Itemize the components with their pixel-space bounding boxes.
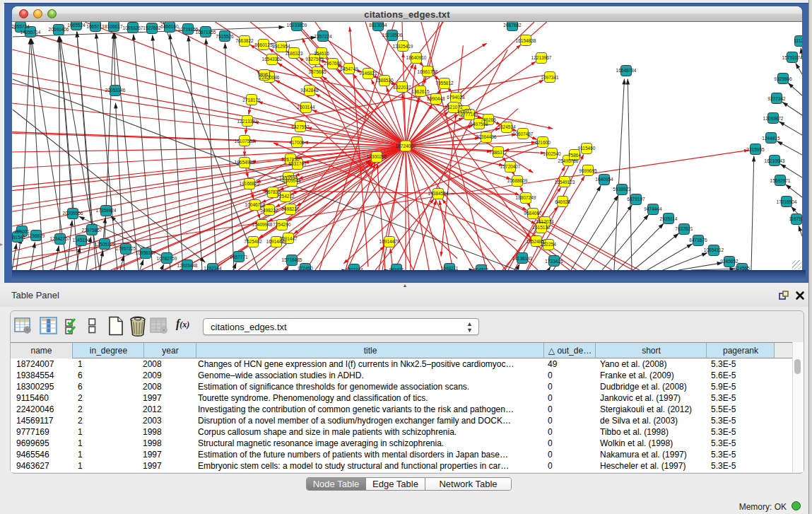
svg-text:6466160: 6466160 [160, 24, 179, 29]
svg-text:6497568: 6497568 [470, 122, 488, 127]
svg-text:1244415: 1244415 [762, 136, 780, 141]
svg-text:17359924: 17359924 [96, 208, 117, 213]
svg-text:1640954: 1640954 [595, 177, 613, 182]
svg-text:5938923: 5938923 [613, 187, 631, 192]
svg-text:1186323: 1186323 [286, 51, 303, 56]
svg-text:12505115: 12505115 [95, 242, 115, 247]
svg-text:7663822: 7663822 [235, 38, 254, 43]
svg-text:8990448: 8990448 [427, 96, 445, 101]
svg-text:1733426: 1733426 [545, 259, 563, 264]
svg-text:16961758: 16961758 [418, 69, 438, 74]
svg-text:6794028: 6794028 [447, 95, 465, 100]
svg-text:10654112: 10654112 [704, 247, 724, 252]
svg-text:2087682: 2087682 [503, 23, 522, 28]
svg-text:19218506: 19218506 [382, 33, 403, 37]
svg-text:16671355: 16671355 [196, 30, 216, 35]
svg-text:75864: 75864 [568, 153, 581, 158]
svg-text:252254: 252254 [541, 242, 556, 247]
svg-text:9329966: 9329966 [774, 76, 792, 81]
svg-text:19384554: 19384554 [428, 191, 449, 196]
svg-text:9684067: 9684067 [524, 211, 542, 216]
svg-text:1091447: 1091447 [279, 236, 298, 241]
svg-text:16543362: 16543362 [262, 57, 283, 62]
svg-text:16210643: 16210643 [765, 158, 785, 163]
svg-text:1362615: 1362615 [411, 89, 430, 94]
svg-text:9777169: 9777169 [460, 112, 478, 117]
svg-text:8454749: 8454749 [340, 66, 358, 71]
svg-text:9146821: 9146821 [359, 71, 377, 76]
svg-text:12923448: 12923448 [177, 263, 198, 268]
svg-text:9327505: 9327505 [305, 57, 324, 62]
svg-text:15720407: 15720407 [500, 164, 521, 169]
svg-text:3624534: 3624534 [498, 124, 516, 129]
svg-text:20364436: 20364436 [476, 134, 497, 139]
svg-text:12213967: 12213967 [531, 55, 552, 60]
svg-text:1612074: 1612074 [536, 219, 554, 224]
svg-text:20691406: 20691406 [49, 27, 69, 32]
svg-text:14055714: 14055714 [20, 30, 41, 35]
svg-text:15716485: 15716485 [282, 257, 302, 262]
svg-text:1065524: 1065524 [67, 23, 86, 28]
svg-text:10688609: 10688609 [507, 178, 528, 183]
svg-text:19166825: 19166825 [240, 181, 260, 186]
svg-text:154616: 154616 [314, 51, 329, 56]
svg-text:9227342: 9227342 [767, 96, 786, 101]
svg-text:8660125: 8660125 [254, 42, 273, 47]
svg-text:11124: 11124 [794, 38, 802, 43]
svg-text:17957225: 17957225 [116, 246, 136, 251]
svg-text:15409948: 15409948 [252, 222, 273, 227]
svg-text:10958157: 10958157 [136, 250, 156, 255]
svg-text:9245652: 9245652 [720, 259, 739, 264]
svg-text:17016504: 17016504 [777, 199, 797, 204]
svg-text:7254290: 7254290 [273, 222, 291, 227]
svg-text:9657771: 9657771 [230, 255, 248, 259]
svg-text:116753: 116753 [789, 216, 802, 221]
svg-text:7254212: 7254212 [276, 194, 295, 199]
svg-text:8322037: 8322037 [393, 85, 411, 90]
svg-text:12342757: 12342757 [50, 236, 71, 241]
svg-text:18724007: 18724007 [396, 144, 416, 148]
svg-text:9699695: 9699695 [579, 168, 597, 173]
svg-text:8427552: 8427552 [291, 124, 310, 129]
svg-text:12093872: 12093872 [763, 116, 784, 121]
svg-text:16549123: 16549123 [555, 180, 575, 185]
svg-text:2603144: 2603144 [297, 105, 315, 110]
svg-text:8531761: 8531761 [288, 161, 307, 166]
svg-text:1002540: 1002540 [543, 151, 561, 156]
svg-text:621600: 621600 [535, 140, 551, 145]
svg-text:5498220: 5498220 [281, 206, 300, 211]
svg-text:6879197: 6879197 [627, 197, 645, 201]
svg-text:12213382: 12213382 [237, 119, 258, 124]
svg-text:15692971: 15692971 [770, 178, 791, 183]
svg-text:1588520: 1588520 [375, 78, 394, 83]
svg-text:8813054: 8813054 [369, 23, 387, 28]
svg-text:18807249: 18807249 [516, 195, 536, 200]
svg-text:7357224: 7357224 [314, 34, 332, 39]
svg-text:7955812: 7955812 [435, 81, 454, 86]
svg-text:7386372: 7386372 [489, 150, 507, 155]
svg-text:16648784: 16648784 [616, 68, 637, 73]
svg-text:2055724: 2055724 [12, 24, 30, 29]
svg-text:9115460: 9115460 [578, 146, 596, 151]
svg-text:16782759: 16782759 [157, 256, 177, 261]
svg-text:1097341: 1097341 [541, 75, 559, 80]
svg-text:7632621: 7632621 [675, 226, 693, 231]
svg-text:391541: 391541 [12, 235, 25, 240]
svg-text:25495786: 25495786 [558, 158, 579, 163]
svg-text:1156829: 1156829 [28, 233, 45, 238]
svg-text:16914479: 16914479 [379, 239, 400, 244]
svg-text:3875685: 3875685 [308, 69, 326, 74]
svg-text:18640910: 18640910 [406, 55, 427, 60]
svg-text:10607487: 10607487 [513, 132, 534, 136]
svg-text:2718176: 2718176 [242, 98, 261, 103]
svg-text:3215955: 3215955 [746, 147, 765, 152]
svg-text:19654983: 19654983 [235, 160, 255, 165]
svg-text:20053346: 20053346 [105, 88, 126, 93]
svg-text:5498222: 5498222 [260, 208, 278, 213]
svg-text:1009944: 1009944 [283, 178, 301, 183]
svg-text:1145194: 1145194 [73, 238, 90, 243]
svg-text:20206556: 20206556 [63, 211, 83, 216]
svg-text:9474444: 9474444 [644, 206, 662, 211]
svg-text:13325419: 13325419 [393, 44, 413, 49]
svg-text:16107552: 16107552 [235, 139, 255, 144]
